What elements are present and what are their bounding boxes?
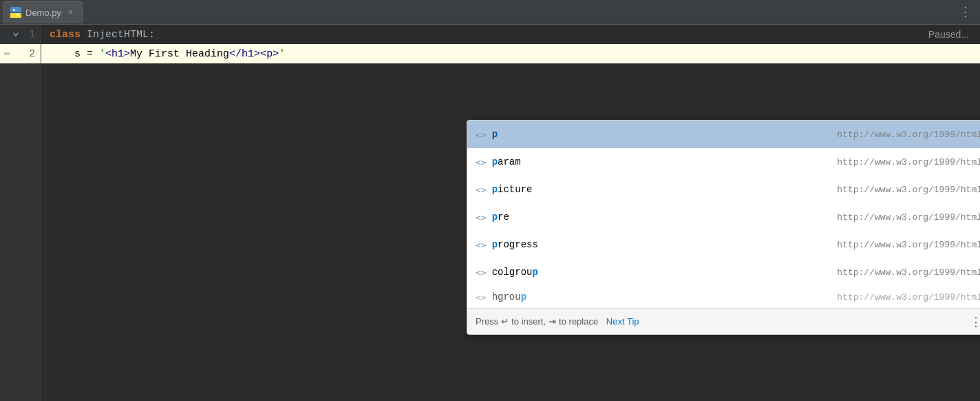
code-area[interactable]: class InjectHTML : s = ' <h1> My First H… xyxy=(41,25,980,401)
item-icon-progress: <> xyxy=(476,240,487,250)
item-name-colgroup: colgroup xyxy=(492,267,838,278)
tab-close-button[interactable]: × xyxy=(65,6,76,19)
colon: : xyxy=(149,29,155,41)
tag-h1-close: </h1> xyxy=(229,48,260,60)
autocomplete-item-pre[interactable]: <> pre http://www.w3.org/1999/html xyxy=(467,203,980,231)
autocomplete-item-param[interactable]: <> param http://www.w3.org/1999/html xyxy=(467,148,980,176)
svg-rect-2 xyxy=(10,12,21,13)
item-name-picture: picture xyxy=(492,184,838,195)
autocomplete-item-hgroup[interactable]: <> hgroup http://www.w3.org/1999/html xyxy=(467,286,980,308)
demo-tab[interactable]: Demo.py × xyxy=(3,1,83,23)
item-url-hgroup: http://www.w3.org/1999/html xyxy=(837,292,980,302)
item-icon-colgroup: <> xyxy=(476,267,487,278)
var-s: s xyxy=(74,48,81,60)
autocomplete-list: <> p http://www.w3.org/1999/html <> para… xyxy=(467,121,980,308)
enter-key-symbol: ↵ xyxy=(501,316,509,327)
next-tip-link[interactable]: Next Tip xyxy=(606,316,639,327)
item-name-progress: progress xyxy=(492,239,838,250)
autocomplete-menu-icon[interactable]: ⋮ xyxy=(970,314,980,329)
autocomplete-dropdown: <> p http://www.w3.org/1999/html <> para… xyxy=(467,120,980,335)
python-file-icon xyxy=(10,7,21,18)
code-line-1: class InjectHTML : xyxy=(50,25,980,44)
item-url-param: http://www.w3.org/1999/html xyxy=(837,157,980,167)
editor-area: 1 2 class xyxy=(0,25,980,401)
autocomplete-item-progress[interactable]: <> progress http://www.w3.org/1999/html xyxy=(467,231,980,258)
to-replace-label: to replace xyxy=(559,316,598,327)
assign-op: = xyxy=(81,48,99,60)
autocomplete-item-p[interactable]: <> p http://www.w3.org/1999/html xyxy=(467,121,980,148)
tab-bar: Demo.py × ⋮ xyxy=(0,0,980,25)
gutter: 1 2 xyxy=(0,25,41,401)
svg-rect-1 xyxy=(10,12,21,18)
to-insert-label: to insert, xyxy=(511,316,546,327)
item-name-param: param xyxy=(492,156,838,167)
space xyxy=(81,29,87,41)
item-url-picture: http://www.w3.org/1999/html xyxy=(837,185,980,195)
tab-bar-right: ⋮ xyxy=(959,6,980,19)
item-url-p: http://www.w3.org/1999/html xyxy=(837,130,980,140)
svg-point-3 xyxy=(13,9,15,11)
class-name: InjectHTML xyxy=(87,29,149,41)
item-name-p: p xyxy=(492,129,838,140)
autocomplete-item-colgroup[interactable]: <> colgroup http://www.w3.org/1999/html xyxy=(467,258,980,286)
hint-text: Press ↵ to insert, ⇥ to replace Next Tip xyxy=(476,316,639,327)
indent xyxy=(50,48,74,60)
item-name-hgroup: hgroup xyxy=(492,291,838,302)
item-name-pre: pre xyxy=(492,212,838,223)
item-icon-picture: <> xyxy=(476,185,487,195)
item-icon-param: <> xyxy=(476,157,487,167)
autocomplete-item-picture[interactable]: <> picture http://www.w3.org/1999/html xyxy=(467,176,980,203)
keyword-class: class xyxy=(50,29,81,41)
svg-rect-5 xyxy=(4,52,10,55)
item-url-colgroup: http://www.w3.org/1999/html xyxy=(837,267,980,278)
editor-container: Demo.py × ⋮ 1 2 xyxy=(0,0,980,401)
breakpoint-2[interactable] xyxy=(3,50,11,57)
string-content: My First Heading xyxy=(130,48,229,60)
tab-label: Demo.py xyxy=(25,8,61,18)
tab-key-symbol: ⇥ xyxy=(548,316,556,327)
item-url-pre: http://www.w3.org/1999/html xyxy=(837,212,980,223)
string-quote-open: ' xyxy=(99,48,105,60)
code-line-2: s = ' <h1> My First Heading </h1> <p> ' xyxy=(50,44,980,63)
svg-point-4 xyxy=(17,14,19,16)
autocomplete-hint-bar: Press ↵ to insert, ⇥ to replace Next Tip… xyxy=(467,308,980,334)
press-label: Press xyxy=(476,316,498,327)
item-icon-p: <> xyxy=(476,130,487,140)
gutter-line-2: 2 xyxy=(0,44,41,63)
string-quote-close: ' xyxy=(279,48,285,60)
tag-h1-open: <h1> xyxy=(105,48,130,60)
tab-bar-menu-icon[interactable]: ⋮ xyxy=(959,5,972,19)
item-icon-pre: <> xyxy=(476,212,487,223)
gutter-line-1: 1 xyxy=(0,25,41,44)
tag-p-open: <p> xyxy=(260,48,279,60)
fold-arrow-1[interactable] xyxy=(11,30,21,39)
item-icon-hgroup: <> xyxy=(476,292,487,302)
item-url-progress: http://www.w3.org/1999/html xyxy=(837,240,980,250)
